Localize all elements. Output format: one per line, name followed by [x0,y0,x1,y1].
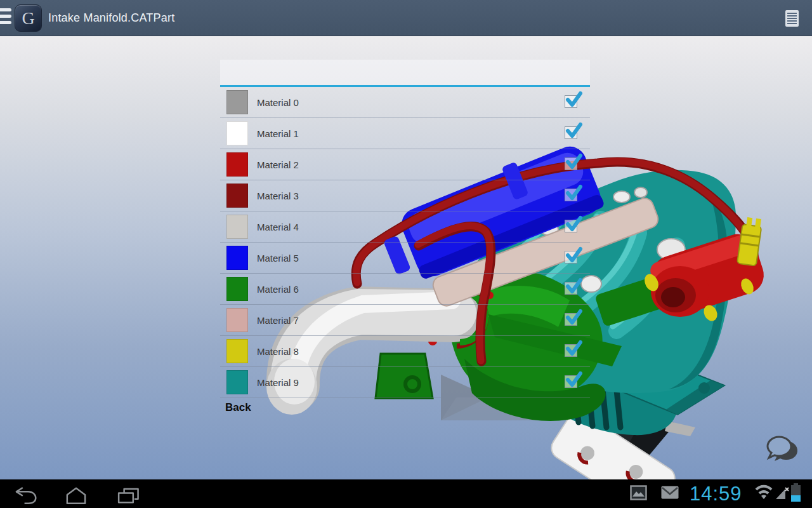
back-icon[interactable] [11,485,39,506]
material-visibility-checkbox[interactable] [565,375,577,388]
recents-icon[interactable] [114,485,142,506]
material-color-swatch [226,152,248,177]
material-row[interactable]: Material 0 [220,87,590,118]
material-color-swatch [226,246,248,270]
battery-icon[interactable] [790,483,801,502]
material-row[interactable]: Material 7 [220,305,590,336]
material-visibility-checkbox[interactable] [565,313,577,326]
cell-signal-icon[interactable] [775,486,789,500]
app-logo[interactable]: G [15,4,42,32]
check-icon [565,308,582,326]
material-visibility-checkbox[interactable] [565,344,577,357]
check-icon [565,246,582,264]
action-bar: G Intake Manifold.CATPart [0,0,812,36]
wifi-icon[interactable] [754,484,774,501]
check-icon [565,121,582,139]
materials-list: Material 0 Material 1 Material 2 Materia… [220,87,590,398]
check-icon [565,90,582,108]
material-row[interactable]: Material 4 [220,211,590,243]
material-name: Material 5 [257,253,299,264]
material-name: Material 6 [257,284,299,295]
list-icon[interactable] [785,10,799,27]
material-row[interactable]: Material 3 [220,180,590,211]
material-visibility-checkbox[interactable] [565,157,577,170]
material-name: Material 7 [257,315,299,326]
app-logo-letter: G [22,10,34,27]
material-color-swatch [226,90,248,114]
material-visibility-checkbox[interactable] [565,220,577,232]
material-name: Material 3 [257,190,299,201]
material-row[interactable]: Material 1 [220,118,590,149]
material-row[interactable]: Material 5 [220,243,590,274]
home-icon[interactable] [62,485,90,506]
check-icon [565,370,582,388]
comment-bubble-icon[interactable] [765,433,801,466]
material-row[interactable]: Material 9 [220,367,590,398]
material-visibility-checkbox[interactable] [565,282,577,295]
material-color-swatch [226,370,248,394]
materials-panel-header [220,60,590,87]
material-row[interactable]: Material 2 [220,149,590,180]
page-title: Intake Manifold.CATPart [48,0,174,36]
material-color-swatch [226,215,248,239]
material-color-swatch [226,339,248,363]
material-color-swatch [226,308,248,332]
gallery-icon[interactable] [630,485,647,500]
material-name: Material 4 [257,222,299,232]
material-name: Material 8 [257,346,299,357]
material-name: Material 2 [257,159,299,170]
material-visibility-checkbox[interactable] [565,95,577,108]
check-icon [565,215,582,232]
material-name: Material 1 [257,128,299,139]
material-visibility-checkbox[interactable] [565,189,577,201]
material-name: Material 9 [257,377,299,388]
check-icon [565,339,582,357]
email-icon[interactable] [661,486,679,499]
material-color-swatch [226,277,248,301]
check-icon [565,184,582,201]
material-visibility-checkbox[interactable] [565,126,577,139]
material-row[interactable]: Material 6 [220,274,590,305]
check-icon [565,152,582,170]
check-icon [565,277,582,295]
material-color-swatch [226,121,248,145]
back-button[interactable]: Back [225,401,263,414]
menu-hamburger-icon[interactable] [0,8,11,29]
material-row[interactable]: Material 8 [220,336,590,367]
system-bar: 14:59 [0,479,812,508]
materials-panel: Material 0 Material 1 Material 2 Materia… [220,60,590,414]
clock[interactable]: 14:59 [690,483,742,505]
material-name: Material 0 [257,97,299,108]
material-visibility-checkbox[interactable] [565,251,577,264]
material-color-swatch [226,184,248,208]
